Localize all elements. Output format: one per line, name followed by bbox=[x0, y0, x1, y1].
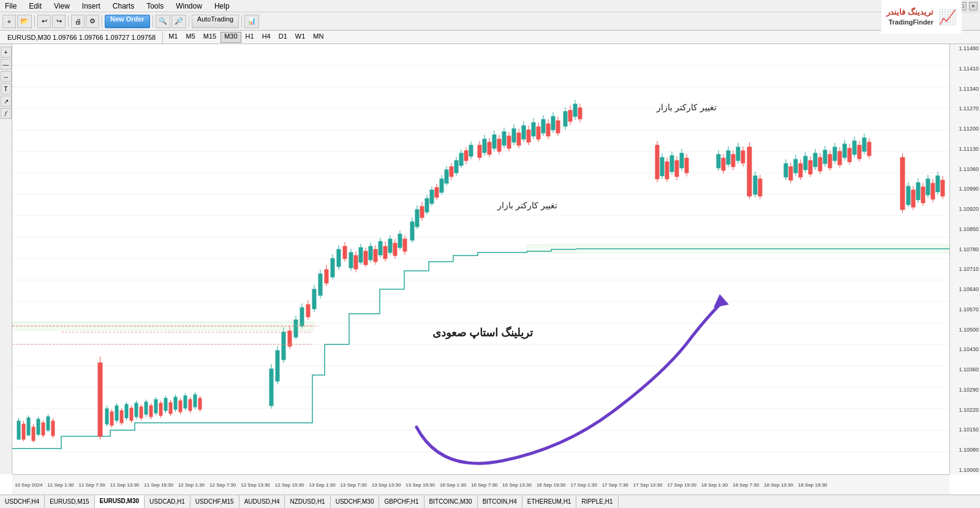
close-button[interactable]: × bbox=[969, 2, 978, 10]
tf-m1[interactable]: M1 bbox=[165, 32, 181, 43]
tab-eurusd-m30[interactable]: EURUSD,M30 bbox=[95, 495, 145, 509]
tab-bitcoin-h4[interactable]: BITCOIN,H4 bbox=[478, 495, 522, 509]
print-button[interactable]: 🖨 bbox=[71, 15, 85, 28]
svg-rect-287 bbox=[12, 322, 314, 330]
price-label-9: 1.10850 bbox=[950, 226, 980, 232]
tf-m5[interactable]: M5 bbox=[182, 32, 198, 43]
time-9: 13 Sep 1:30 bbox=[306, 482, 337, 488]
tab-nzdusd-h1[interactable]: NZDUSD,H1 bbox=[285, 495, 330, 509]
time-3: 11 Sep 13:30 bbox=[108, 482, 142, 488]
tab-ethereum-h1[interactable]: ETHEREUM,H1 bbox=[522, 495, 577, 509]
time-15: 16 Sep 13:30 bbox=[500, 482, 534, 488]
price-axis: 1.11480 1.11410 1.11340 1.11270 1.11200 … bbox=[949, 44, 980, 474]
price-label-17: 1.10290 bbox=[950, 387, 980, 393]
time-10: 13 Sep 7:30 bbox=[338, 482, 369, 488]
tab-eurusd-m15[interactable]: EURUSD,M15 bbox=[45, 495, 94, 509]
svg-rect-288 bbox=[527, 245, 949, 253]
time-19: 17 Sep 13:30 bbox=[631, 482, 665, 488]
tf-mn[interactable]: MN bbox=[309, 32, 327, 43]
open-button[interactable]: 📂 bbox=[17, 15, 32, 28]
time-12: 13 Sep 19:30 bbox=[403, 482, 437, 488]
tab-gbpchf-h1[interactable]: GBPCHF,H1 bbox=[379, 495, 424, 509]
tab-audusd-h4[interactable]: AUDUSD,H4 bbox=[239, 495, 285, 509]
price-label-8: 1.10920 bbox=[950, 206, 980, 212]
tab-usdchf-h4[interactable]: USDCHF,H4 bbox=[0, 495, 45, 509]
autotrading-button[interactable]: AutoTrading bbox=[192, 15, 239, 28]
price-label-18: 1.10220 bbox=[950, 407, 980, 413]
zoom-out-button[interactable]: 🔎 bbox=[172, 15, 186, 28]
time-11: 13 Sep 13:30 bbox=[369, 482, 404, 488]
new-order-button[interactable]: New Order bbox=[105, 15, 150, 28]
time-2: 11 Sep 7:30 bbox=[77, 482, 108, 488]
menu-insert[interactable]: Insert bbox=[80, 2, 103, 10]
tf-bar: EURUSD,M30 1.09766 1.09766 1.09727 1.097… bbox=[0, 31, 980, 44]
tf-h4[interactable]: H4 bbox=[258, 32, 274, 43]
redo-button[interactable]: ↪ bbox=[52, 15, 66, 28]
price-label-15: 1.10430 bbox=[950, 346, 980, 352]
time-14: 16 Sep 7:30 bbox=[469, 482, 500, 488]
new-chart-button[interactable]: + bbox=[2, 15, 16, 28]
sep4 bbox=[153, 15, 153, 28]
price-label-3: 1.11270 bbox=[950, 105, 980, 112]
time-23: 18 Sep 13:30 bbox=[761, 482, 796, 488]
annotation-text2: تغییر کارکتر بازار bbox=[497, 200, 557, 210]
crosshair-tool[interactable]: + bbox=[1, 47, 12, 58]
sep1 bbox=[34, 15, 35, 28]
fib-tool[interactable]: 𝑓 bbox=[1, 108, 12, 119]
time-24: 18 Sep 19:30 bbox=[796, 482, 830, 488]
tab-bitcoinc-m30[interactable]: BITCOINC,M30 bbox=[424, 495, 478, 509]
undo-button[interactable]: ↩ bbox=[37, 15, 51, 28]
price-label-10: 1.10780 bbox=[950, 246, 980, 252]
price-label-7: 1.10990 bbox=[950, 186, 980, 192]
draw-toolbar: + — ↔ T ↗ 𝑓 bbox=[0, 44, 12, 474]
time-5: 12 Sep 1:30 bbox=[176, 482, 207, 488]
tf-m15[interactable]: M15 bbox=[200, 32, 220, 43]
menu-view[interactable]: View bbox=[51, 2, 72, 10]
price-label-2: 1.11340 bbox=[950, 86, 980, 92]
tab-usdcad-h1[interactable]: USDCAD,H1 bbox=[145, 495, 190, 509]
price-label-1: 1.11410 bbox=[950, 66, 980, 72]
menu-charts[interactable]: Charts bbox=[110, 2, 137, 10]
time-13: 16 Sep 1:30 bbox=[437, 482, 469, 488]
properties-button[interactable]: ⚙ bbox=[86, 15, 99, 28]
logo-area: تریدینگ فایندر TradingFinder 📈 bbox=[881, 0, 962, 34]
hline-tool[interactable]: ↔ bbox=[1, 71, 12, 82]
sep6 bbox=[241, 15, 242, 28]
price-label-low: 1.10000 bbox=[950, 467, 980, 473]
price-label-6: 1.11060 bbox=[950, 166, 980, 172]
menu-file[interactable]: File bbox=[2, 2, 19, 10]
price-label-13: 1.10570 bbox=[950, 306, 980, 313]
time-22: 18 Sep 7:30 bbox=[730, 482, 761, 488]
logo-text: تریدینگ فایندر TradingFinder bbox=[886, 7, 933, 26]
price-label-16: 1.10360 bbox=[950, 366, 980, 373]
menu-tools[interactable]: Tools bbox=[144, 2, 166, 10]
chart-container: .candle-up { fill: #26a69a; stroke: #26a… bbox=[12, 44, 949, 474]
menu-window[interactable]: Window bbox=[173, 2, 205, 10]
text-tool[interactable]: T bbox=[1, 83, 12, 94]
time-17: 17 Sep 1:30 bbox=[568, 482, 600, 488]
menu-help[interactable]: Help bbox=[212, 2, 232, 10]
tab-ripple-h1[interactable]: RIPPLE,H1 bbox=[576, 495, 618, 509]
indicator-button[interactable]: 📊 bbox=[244, 15, 259, 28]
time-21: 18 Sep 1:30 bbox=[699, 482, 730, 488]
tf-d1[interactable]: D1 bbox=[275, 32, 291, 43]
time-18: 17 Sep 7:30 bbox=[600, 482, 631, 488]
price-label-4: 1.11200 bbox=[950, 126, 980, 132]
logo-icon: 📈 bbox=[938, 9, 957, 26]
time-axis: 10 Sep 2024 11 Sep 1:30 11 Sep 7:30 11 S… bbox=[12, 474, 949, 495]
annotation-text3: تریلینگ استاپ صعودی bbox=[432, 326, 533, 339]
menu-edit[interactable]: Edit bbox=[26, 2, 44, 10]
line-tool[interactable]: — bbox=[1, 59, 12, 70]
time-1: 11 Sep 1:30 bbox=[45, 482, 76, 488]
tf-w1[interactable]: W1 bbox=[292, 32, 309, 43]
time-20: 17 Sep 19:30 bbox=[665, 482, 699, 488]
tab-usdchf-m15[interactable]: USDCHF,M15 bbox=[190, 495, 239, 509]
price-label-5: 1.11130 bbox=[950, 146, 980, 152]
arrow-tool[interactable]: ↗ bbox=[1, 96, 12, 107]
price-label-12: 1.10640 bbox=[950, 286, 980, 292]
tf-m30[interactable]: M30 bbox=[221, 32, 241, 43]
tf-h1[interactable]: H1 bbox=[242, 32, 258, 43]
zoom-in-button[interactable]: 🔍 bbox=[156, 15, 170, 28]
tab-usdchf-m30[interactable]: USDCHF,M30 bbox=[331, 495, 380, 509]
sep7 bbox=[162, 31, 163, 44]
